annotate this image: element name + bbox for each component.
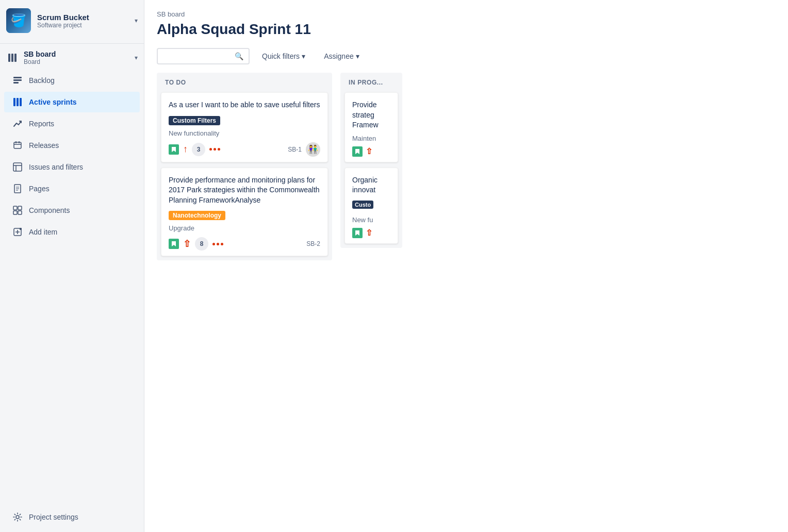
issues-filters-icon: [12, 162, 23, 172]
card-inprog-1-meta: Mainten: [352, 135, 390, 142]
card-inprog-1[interactable]: Provide strateg Framew Mainten ⇧: [344, 92, 398, 162]
todo-column-header: TO DO: [157, 73, 332, 90]
card-sb2-footer-right: SB-2: [306, 240, 320, 247]
sidebar-item-add-item[interactable]: Add item: [4, 222, 140, 242]
issue-id-sb2: SB-2: [306, 240, 320, 247]
project-header[interactable]: Scrum Bucket Software project ▾: [0, 0, 144, 41]
settings-icon: [12, 512, 23, 522]
card-sb2[interactable]: Provide performance and monitoring plans…: [161, 168, 328, 257]
main-content: SB board Alpha Squad Sprint 11 🔍 Quick f…: [144, 0, 788, 532]
in-progress-column-header: IN PROG...: [340, 73, 402, 90]
components-icon: [12, 205, 23, 215]
issue-id-sb1: SB-1: [288, 146, 302, 153]
svg-rect-22: [13, 211, 17, 214]
search-box[interactable]: 🔍: [157, 48, 250, 64]
board-area: TO DO As a user I want to be able to sav…: [144, 73, 788, 532]
card-sb1[interactable]: As a user I want to be able to save usef…: [161, 92, 328, 162]
svg-rect-3: [13, 77, 22, 78]
sidebar-item-releases[interactable]: Releases: [4, 135, 140, 156]
board-chevron-icon: ▾: [135, 54, 138, 61]
svg-rect-27: [20, 228, 22, 230]
dot4: [212, 243, 215, 245]
dots-menu[interactable]: [209, 148, 220, 151]
card-sb2-tag: Nanotechnology: [169, 211, 225, 220]
sidebar-item-reports[interactable]: Reports: [4, 113, 140, 134]
sidebar-item-components[interactable]: Components: [4, 200, 140, 221]
svg-rect-5: [13, 82, 19, 84]
board-section[interactable]: SB board Board ▾: [0, 46, 144, 70]
search-icon: 🔍: [235, 52, 243, 60]
card-sb1-title: As a user I want to be able to save usef…: [169, 100, 320, 110]
dots-menu-2[interactable]: [212, 243, 223, 245]
reports-icon: [12, 119, 23, 129]
bookmark-icon: [169, 144, 179, 155]
backlog-icon: [12, 75, 23, 86]
dot6: [221, 243, 223, 245]
story-points-badge: 3: [192, 143, 205, 156]
todo-column-cards: As a user I want to be able to save usef…: [157, 90, 332, 260]
svg-rect-0: [8, 54, 10, 62]
project-type: Software project: [37, 22, 128, 29]
components-label: Components: [29, 206, 70, 214]
avatar-sb1: 👫: [306, 142, 320, 157]
bookmark-icon-4: [352, 228, 363, 238]
pages-icon: [12, 184, 23, 194]
card-sb1-tag: Custom Filters: [169, 116, 220, 125]
card-sb2-footer: ⇧ 8 SB-2: [169, 237, 320, 251]
card-inprog-2-title: Organic innovat: [352, 175, 390, 195]
quick-filters-chevron-icon: ▾: [302, 52, 305, 60]
priority-high-icon: ↑: [183, 144, 188, 155]
priority-icon-3: ⇧: [366, 146, 372, 156]
sidebar-item-backlog[interactable]: Backlog: [4, 70, 140, 91]
sidebar-item-project-settings[interactable]: Project settings: [4, 507, 140, 527]
card-footer-right: SB-1 👫: [288, 142, 320, 157]
card-sb2-subtitle: Upgrade: [169, 224, 320, 232]
svg-rect-4: [13, 79, 22, 81]
issues-filters-label: Issues and filters: [29, 163, 83, 171]
page-title: Alpha Squad Sprint 11: [157, 21, 776, 38]
active-sprints-icon: [12, 97, 23, 107]
board-icon: [6, 52, 19, 64]
toolbar: 🔍 Quick filters ▾ Assignee ▾: [157, 48, 776, 64]
in-progress-column: IN PROG... Provide strateg Framew Mainte…: [340, 73, 402, 248]
quick-filters-button[interactable]: Quick filters ▾: [256, 49, 311, 63]
assignee-button[interactable]: Assignee ▾: [318, 49, 366, 63]
card-sb2-title: Provide performance and monitoring plans…: [169, 175, 320, 206]
dot3: [218, 148, 220, 151]
svg-rect-20: [13, 206, 17, 210]
svg-rect-8: [20, 98, 22, 106]
quick-filters-label: Quick filters: [262, 52, 300, 60]
sidebar-item-active-sprints[interactable]: Active sprints: [4, 92, 140, 112]
pages-label: Pages: [29, 185, 50, 193]
priority-icon-4: ⇧: [366, 228, 372, 238]
active-sprints-label: Active sprints: [29, 98, 77, 106]
backlog-label: Backlog: [29, 76, 55, 85]
sidebar-item-issues-filters[interactable]: Issues and filters: [4, 157, 140, 177]
sidebar-item-pages[interactable]: Pages: [4, 178, 140, 199]
svg-rect-12: [19, 141, 20, 143]
card-sb1-footer: ↑ 3 SB-1 👫: [169, 142, 320, 157]
svg-rect-6: [13, 98, 15, 106]
add-item-label: Add item: [29, 228, 57, 236]
breadcrumb: SB board: [157, 10, 776, 18]
board-label-group: SB board Board: [24, 50, 129, 65]
card-inprog-1-footer: ⇧: [352, 146, 390, 157]
card-inprog-2[interactable]: Organic innovat Custo New fu ⇧: [344, 168, 398, 244]
card-inprog-2-tag: Custo: [352, 201, 373, 209]
svg-rect-1: [11, 54, 13, 62]
card-inprog-1-title: Provide strateg Framew: [352, 100, 390, 130]
in-progress-cards: Provide strateg Framew Mainten ⇧ Organic…: [340, 90, 402, 248]
project-avatar: [6, 8, 31, 33]
card-inprog-2-footer: ⇧: [352, 228, 390, 238]
todo-column: TO DO As a user I want to be able to sav…: [157, 73, 332, 260]
priority-high-icon-2: ⇧: [183, 238, 191, 250]
svg-rect-21: [18, 206, 22, 210]
project-info: Scrum Bucket Software project: [37, 13, 128, 29]
reports-label: Reports: [29, 120, 54, 128]
bookmark-icon-3: [352, 146, 363, 157]
dot5: [217, 243, 219, 245]
search-input[interactable]: [163, 52, 232, 60]
board-sublabel: Board: [24, 58, 129, 65]
assignee-label: Assignee: [324, 52, 354, 60]
main-header: SB board Alpha Squad Sprint 11 🔍 Quick f…: [144, 0, 788, 73]
